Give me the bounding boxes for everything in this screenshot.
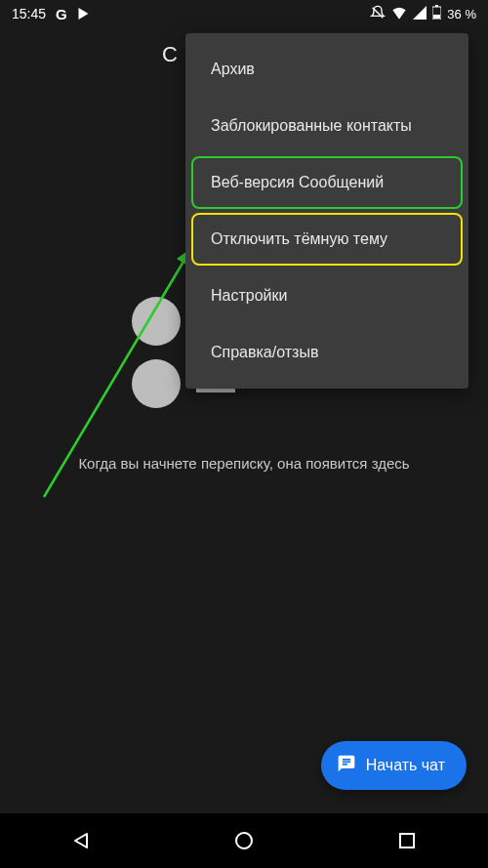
status-bar: 15:45 G 36 % bbox=[0, 0, 488, 27]
menu-item-help-feedback[interactable]: Справка/отзыв bbox=[191, 326, 463, 379]
fab-label: Начать чат bbox=[366, 757, 445, 774]
nav-home-button[interactable] bbox=[215, 821, 273, 860]
battery-text: 36 % bbox=[447, 7, 476, 21]
menu-item-blocked-contacts[interactable]: Заблокированные контакты bbox=[191, 100, 463, 152]
svg-rect-5 bbox=[400, 834, 414, 847]
navigation-bar bbox=[0, 813, 488, 868]
menu-item-disable-dark-theme[interactable]: Отключить тёмную тему bbox=[191, 213, 463, 266]
svg-rect-2 bbox=[433, 15, 440, 19]
menu-item-archive[interactable]: Архив bbox=[191, 43, 463, 96]
svg-rect-1 bbox=[435, 5, 438, 7]
nav-recent-button[interactable] bbox=[378, 821, 436, 860]
wifi-icon bbox=[391, 6, 407, 22]
play-store-icon bbox=[77, 7, 90, 21]
battery-icon bbox=[432, 5, 441, 22]
signal-icon bbox=[413, 6, 427, 22]
chat-icon bbox=[337, 754, 356, 777]
status-time: 15:45 bbox=[12, 6, 46, 21]
overflow-menu: Архив Заблокированные контакты Веб-верси… bbox=[185, 33, 468, 389]
menu-item-messages-web[interactable]: Веб-версия Сообщений bbox=[191, 156, 463, 209]
placeholder-avatar bbox=[132, 297, 181, 346]
dnd-icon bbox=[370, 5, 386, 23]
menu-item-settings[interactable]: Настройки bbox=[191, 269, 463, 322]
page-title: С bbox=[162, 42, 178, 67]
google-icon: G bbox=[56, 6, 67, 22]
nav-back-button[interactable] bbox=[52, 821, 110, 860]
start-chat-button[interactable]: Начать чат bbox=[321, 741, 467, 790]
placeholder-avatar bbox=[132, 359, 181, 408]
svg-point-4 bbox=[236, 833, 252, 848]
empty-state-text: Когда вы начнете переписку, она появится… bbox=[0, 453, 488, 475]
